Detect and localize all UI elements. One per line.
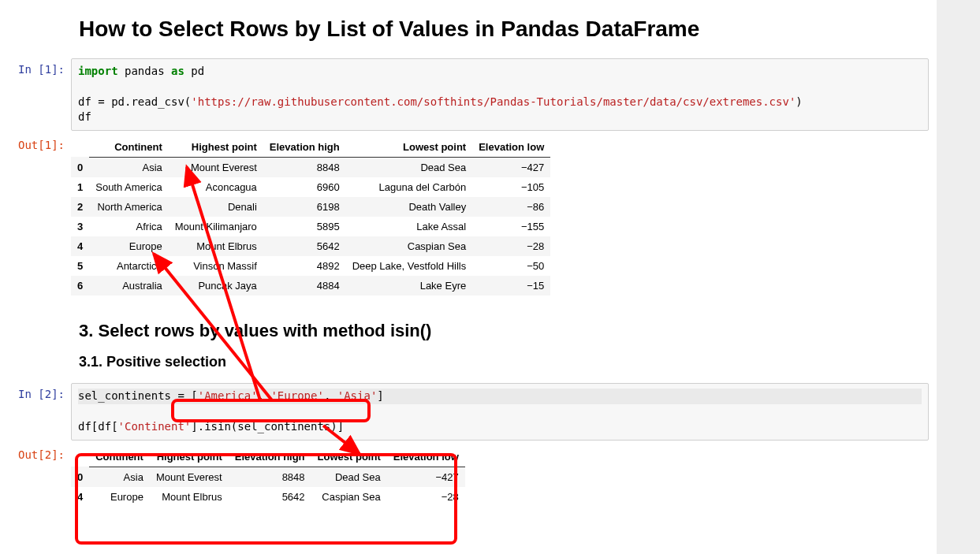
cell: Australia <box>89 276 169 296</box>
keyword-as: as <box>171 65 184 77</box>
row-index: 0 <box>71 467 89 487</box>
table-row: 4EuropeMount Elbrus5642Caspian Sea−28 <box>71 236 550 256</box>
dataframe-table-2: ContinentHighest pointElevation highLowe… <box>71 447 465 507</box>
code-text: df <box>78 110 91 123</box>
table-row: 4EuropeMount Elbrus5642Caspian Sea−28 <box>71 487 465 507</box>
cell: Death Valley <box>346 197 473 217</box>
table-header-row: ContinentHighest pointElevation highLowe… <box>71 137 550 158</box>
cell: −28 <box>472 236 550 256</box>
table-row: 0AsiaMount Everest8848Dead Sea−427 <box>71 467 465 487</box>
column-header: Highest point <box>169 137 263 158</box>
row-index: 6 <box>71 276 89 296</box>
row-index: 2 <box>71 197 89 217</box>
cell: South America <box>89 177 169 197</box>
cell: Asia <box>89 157 169 177</box>
table-row: 2North AmericaDenali6198Death Valley−86 <box>71 197 550 217</box>
cell: Mount Kilimanjaro <box>169 217 263 236</box>
code-text: ].isin(sel_continents)] <box>191 420 344 433</box>
cell: 4892 <box>263 256 346 276</box>
table-row: 0AsiaMount Everest8848Dead Sea−427 <box>71 157 550 177</box>
code-text: pd <box>184 65 204 77</box>
cell: Mount Everest <box>150 467 229 487</box>
column-header: Continent <box>89 447 150 467</box>
prompt-in-1: In [1]: <box>0 58 71 76</box>
dataframe-table-1: ContinentHighest pointElevation highLowe… <box>71 137 550 296</box>
cell: Deep Lake, Vestfold Hills <box>346 256 473 276</box>
cell: Mount Elbrus <box>169 236 263 256</box>
table-row: 1South AmericaAconcagua6960Laguna del Ca… <box>71 177 550 197</box>
cell: Laguna del Carbón <box>346 177 473 197</box>
cell: −28 <box>387 487 465 507</box>
table-row: 5AntarcticaVinson Massif4892Deep Lake, V… <box>71 256 550 276</box>
cell: Puncak Jaya <box>169 276 263 296</box>
cell: Europe <box>89 487 150 507</box>
row-index: 5 <box>71 256 89 276</box>
cell: 8848 <box>263 157 346 177</box>
cell: Europe <box>89 236 169 256</box>
row-index: 4 <box>71 236 89 256</box>
cell: −15 <box>472 276 550 296</box>
code-text: df[df[ <box>78 420 118 433</box>
row-index: 0 <box>71 157 89 177</box>
output-1: ContinentHighest pointElevation highLowe… <box>71 134 929 296</box>
subsection-heading: 3.1. Positive selection <box>79 354 937 370</box>
column-header: Elevation high <box>229 447 311 467</box>
string-america: 'America' <box>198 389 258 402</box>
code-cell-2: In [2]: sel_continents = ['America', 'Eu… <box>0 381 937 442</box>
cell: −427 <box>387 467 465 487</box>
code-text: df = pd.read_csv( <box>78 95 191 108</box>
cell: Lake Eyre <box>346 276 473 296</box>
string-url: 'https://raw.githubusercontent.com/softh… <box>191 95 796 108</box>
right-gutter <box>937 0 980 554</box>
cell: 6960 <box>263 177 346 197</box>
code-text: ] <box>377 389 383 402</box>
cell: −427 <box>472 157 550 177</box>
table-row: 6AustraliaPuncak Jaya4884Lake Eyre−15 <box>71 276 550 296</box>
comma: , <box>324 389 337 402</box>
cell: Antarctica <box>89 256 169 276</box>
notebook: How to Select Rows by List of Values in … <box>0 0 937 524</box>
cell: 5642 <box>229 487 311 507</box>
table-header-row: ContinentHighest pointElevation highLowe… <box>71 447 465 467</box>
cell: North America <box>89 197 169 217</box>
column-header: Continent <box>89 137 169 158</box>
column-header: Lowest point <box>311 447 387 467</box>
code-cell-1: In [1]: import pandas as pd df = pd.read… <box>0 57 937 132</box>
cell: Vinson Massif <box>169 256 263 276</box>
table-row: 3AfricaMount Kilimanjaro5895Lake Assal−1… <box>71 217 550 236</box>
cell: Aconcagua <box>169 177 263 197</box>
page-title: How to Select Rows by List of Values in … <box>79 16 937 43</box>
output-cell-1: Out[1]: ContinentHighest pointElevation … <box>0 132 937 297</box>
cell: −86 <box>472 197 550 217</box>
string-europe: 'Europe' <box>270 389 323 402</box>
code-text: sel_continents = [ <box>78 389 198 402</box>
column-header <box>71 447 89 467</box>
string-asia: 'Asia' <box>337 389 378 402</box>
code-input-2[interactable]: sel_continents = ['America', 'Europe', '… <box>71 383 929 441</box>
code-text: pandas <box>118 65 171 77</box>
row-index: 1 <box>71 177 89 197</box>
row-index: 4 <box>71 487 89 507</box>
output-2: ContinentHighest pointElevation highLowe… <box>71 444 929 507</box>
column-header <box>71 137 89 158</box>
cell: 6198 <box>263 197 346 217</box>
code-input-1[interactable]: import pandas as pd df = pd.read_csv('ht… <box>71 58 929 131</box>
cell: −105 <box>472 177 550 197</box>
cell: Denali <box>169 197 263 217</box>
row-index: 3 <box>71 217 89 236</box>
cell: −155 <box>472 217 550 236</box>
column-header: Elevation high <box>263 137 346 158</box>
cell: Dead Sea <box>311 467 387 487</box>
cell: Dead Sea <box>346 157 473 177</box>
cell: Asia <box>89 467 150 487</box>
column-header: Lowest point <box>346 137 473 158</box>
string-continent: 'Continent' <box>118 420 192 433</box>
column-header: Elevation low <box>472 137 550 158</box>
cell: Caspian Sea <box>311 487 387 507</box>
column-header: Elevation low <box>387 447 465 467</box>
cell: Mount Everest <box>169 157 263 177</box>
cell: −50 <box>472 256 550 276</box>
cell: 5642 <box>263 236 346 256</box>
cell: Caspian Sea <box>346 236 473 256</box>
code-text: ) <box>796 95 802 108</box>
